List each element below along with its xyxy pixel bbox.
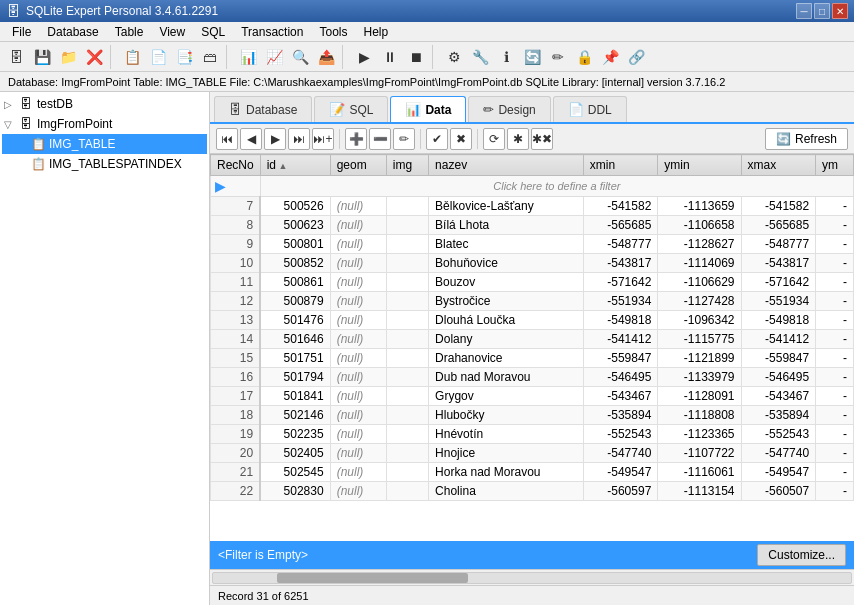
table-row[interactable]: 19502235(null)Hnévotín-552543-1123365-55… — [211, 425, 854, 444]
status-text: Record 31 of 6251 — [218, 590, 309, 602]
toolbar-btn-19[interactable]: 🔄 — [520, 45, 544, 69]
toolbar-btn-23[interactable]: 🔗 — [624, 45, 648, 69]
toolbar-btn-15[interactable]: ⏹ — [404, 45, 428, 69]
toolbar-btn-22[interactable]: 📌 — [598, 45, 622, 69]
menu-database[interactable]: Database — [39, 23, 106, 41]
cell-xmin: -549818 — [583, 311, 658, 330]
tree-expand-spatindex[interactable] — [16, 159, 30, 170]
menu-tools[interactable]: Tools — [311, 23, 355, 41]
toolbar-btn-11[interactable]: 🔍 — [288, 45, 312, 69]
hscroll-thumb[interactable] — [277, 573, 468, 583]
table-row[interactable]: 9500801(null)Blatec-548777-1128627-54877… — [211, 235, 854, 254]
tree-item-testdb[interactable]: ▷ 🗄 testDB — [2, 94, 207, 114]
tree-item-img-spatindex[interactable]: 📋 IMG_TABLESPATINDEX — [2, 154, 207, 174]
col-header-img[interactable]: img — [386, 155, 428, 176]
nav-add[interactable]: ➕ — [345, 128, 367, 150]
table-row[interactable]: 7500526(null)Bělkovice-Lašťany-541582-11… — [211, 197, 854, 216]
col-header-geom[interactable]: geom — [330, 155, 386, 176]
cell-recno: 12 — [211, 292, 261, 311]
toolbar-btn-2[interactable]: 💾 — [30, 45, 54, 69]
nav-last[interactable]: ⏭ — [288, 128, 310, 150]
table-row[interactable]: 17501841(null)Grygov-543467-1128091-5434… — [211, 387, 854, 406]
nav-asterisk-x[interactable]: ✱✖ — [531, 128, 553, 150]
tab-ddl[interactable]: 📄 DDL — [553, 96, 627, 122]
tree-item-img-table[interactable]: 📋 IMG_TABLE — [2, 134, 207, 154]
nav-asterisk[interactable]: ✱ — [507, 128, 529, 150]
nav-next[interactable]: ▶ — [264, 128, 286, 150]
toolbar-btn-20[interactable]: ✏ — [546, 45, 570, 69]
toolbar-btn-7[interactable]: 📑 — [172, 45, 196, 69]
toolbar-btn-13[interactable]: ▶ — [352, 45, 376, 69]
col-header-xmin[interactable]: xmin — [583, 155, 658, 176]
tree-expand-img-table[interactable] — [16, 139, 30, 150]
menu-table[interactable]: Table — [107, 23, 152, 41]
toolbar-btn-18[interactable]: ℹ — [494, 45, 518, 69]
refresh-button[interactable]: 🔄 Refresh — [765, 128, 848, 150]
table-row[interactable]: 13501476(null)Dlouhá Loučka-549818-10963… — [211, 311, 854, 330]
tree-expand-testdb[interactable]: ▷ — [4, 99, 18, 110]
tab-data[interactable]: 📊 Data — [390, 96, 466, 122]
nav-refresh-small[interactable]: ⟳ — [483, 128, 505, 150]
menu-sql[interactable]: SQL — [193, 23, 233, 41]
nav-confirm[interactable]: ✔ — [426, 128, 448, 150]
menu-help[interactable]: Help — [355, 23, 396, 41]
tab-sql[interactable]: 📝 SQL — [314, 96, 388, 122]
table-row[interactable]: 11500861(null)Bouzov-571642-1106629-5716… — [211, 273, 854, 292]
nav-prev[interactable]: ◀ — [240, 128, 262, 150]
table-row[interactable]: 12500879(null)Bystročice-551934-1127428-… — [211, 292, 854, 311]
menu-transaction[interactable]: Transaction — [233, 23, 311, 41]
menu-view[interactable]: View — [151, 23, 193, 41]
cell-ym: - — [816, 216, 854, 235]
table-row[interactable]: 15501751(null)Drahanovice-559847-1121899… — [211, 349, 854, 368]
toolbar-btn-14[interactable]: ⏸ — [378, 45, 402, 69]
cell-geom: (null) — [330, 254, 386, 273]
toolbar-btn-1[interactable]: 🗄 — [4, 45, 28, 69]
toolbar-btn-16[interactable]: ⚙ — [442, 45, 466, 69]
tree-expand-imgfrompoint[interactable]: ▽ — [4, 119, 18, 130]
table-row[interactable]: 8500623(null)Bílá Lhota-565685-1106658-5… — [211, 216, 854, 235]
toolbar-btn-3[interactable]: 📁 — [56, 45, 80, 69]
toolbar-btn-17[interactable]: 🔧 — [468, 45, 492, 69]
tab-database[interactable]: 🗄 Database — [214, 96, 312, 122]
table-row[interactable]: 10500852(null)Bohuňovice-543817-1114069-… — [211, 254, 854, 273]
col-header-xmax[interactable]: xmax — [741, 155, 816, 176]
col-header-recno[interactable]: RecNo — [211, 155, 261, 176]
tree-item-imgfrompoint[interactable]: ▽ 🗄 ImgFromPoint — [2, 114, 207, 134]
menu-file[interactable]: File — [4, 23, 39, 41]
col-header-ym[interactable]: ym — [816, 155, 854, 176]
window-controls: ─ □ ✕ — [796, 3, 848, 19]
nav-separator-3 — [477, 129, 478, 149]
table-row[interactable]: 14501646(null)Dolany-541412-1115775-5414… — [211, 330, 854, 349]
toolbar-btn-6[interactable]: 📄 — [146, 45, 170, 69]
cell-recno: 19 — [211, 425, 261, 444]
customize-button[interactable]: Customize... — [757, 544, 846, 566]
nav-first[interactable]: ⏮ — [216, 128, 238, 150]
col-header-nazev[interactable]: nazev — [429, 155, 584, 176]
toolbar-btn-12[interactable]: 📤 — [314, 45, 338, 69]
hscroll-bar[interactable] — [210, 569, 854, 585]
cell-img — [386, 463, 428, 482]
table-row[interactable]: 22502830(null)Cholina-560597-1113154-560… — [211, 482, 854, 501]
tab-design[interactable]: ✏ Design — [468, 96, 550, 122]
nav-edit[interactable]: ✏ — [393, 128, 415, 150]
hscroll-track[interactable] — [212, 572, 852, 584]
col-header-ymin[interactable]: ymin — [658, 155, 741, 176]
table-row[interactable]: 18502146(null)Hlubočky-535894-1118808-53… — [211, 406, 854, 425]
col-header-id[interactable]: id — [260, 155, 330, 176]
toolbar-btn-10[interactable]: 📈 — [262, 45, 286, 69]
table-row[interactable]: 16501794(null)Dub nad Moravou-546495-113… — [211, 368, 854, 387]
table-row[interactable]: 20502405(null)Hnojice-547740-1107722-547… — [211, 444, 854, 463]
table-row[interactable]: 21502545(null)Horka nad Moravou-549547-1… — [211, 463, 854, 482]
nav-cancel[interactable]: ✖ — [450, 128, 472, 150]
minimize-button[interactable]: ─ — [796, 3, 812, 19]
toolbar-btn-5[interactable]: 📋 — [120, 45, 144, 69]
toolbar-btn-4[interactable]: ❌ — [82, 45, 106, 69]
toolbar-btn-21[interactable]: 🔒 — [572, 45, 596, 69]
toolbar-btn-9[interactable]: 📊 — [236, 45, 260, 69]
nav-last-plus[interactable]: ⏭+ — [312, 128, 334, 150]
toolbar-btn-8[interactable]: 🗃 — [198, 45, 222, 69]
maximize-button[interactable]: □ — [814, 3, 830, 19]
nav-delete[interactable]: ➖ — [369, 128, 391, 150]
table-container[interactable]: RecNo id geom img nazev xmin ymin xmax y… — [210, 154, 854, 541]
close-button[interactable]: ✕ — [832, 3, 848, 19]
